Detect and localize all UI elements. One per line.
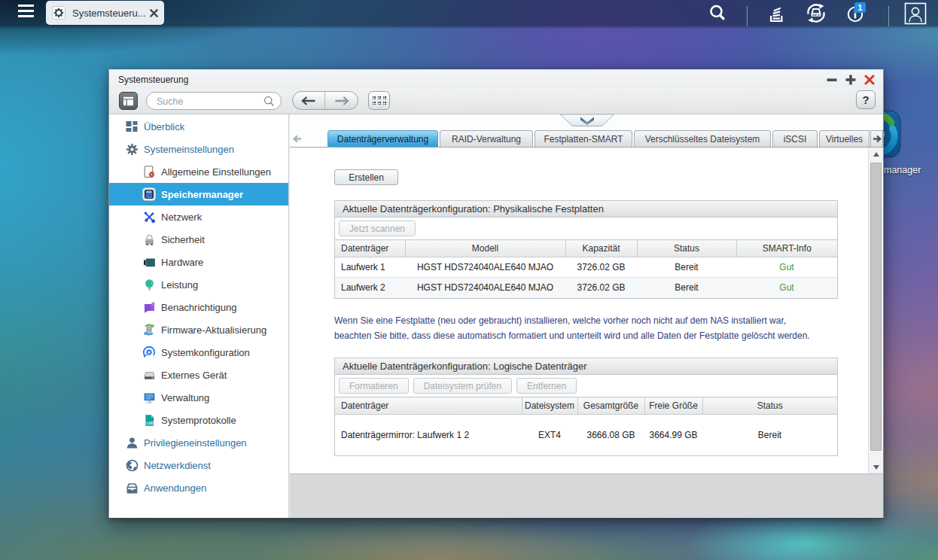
sidebar-item-netzwerkdienst[interactable]: Netzwerkdienst: [109, 454, 288, 476]
system-config-icon: [142, 345, 156, 359]
topbar-divider: [888, 6, 889, 26]
sidebar-item-ueberblick[interactable]: Überblick: [109, 115, 288, 138]
sidebar-item-systemeinstellungen[interactable]: Systemeinstellungen: [109, 138, 288, 160]
overview-grid-icon: [125, 120, 139, 133]
performance-bulb-icon: [142, 278, 156, 291]
table-header-row: Datenträger Dateisystem Gesamtgröße Frei…: [335, 397, 837, 415]
table-row-laufwerk-2[interactable]: Laufwerk 2 HGST HDS724040ALE640 MJAO 372…: [335, 278, 837, 298]
search-icon[interactable]: [706, 0, 729, 26]
task-queue-icon[interactable]: [763, 0, 789, 26]
sidebar-item-privilegieneinstellungen[interactable]: Privilegieneinstellungen: [109, 431, 288, 454]
firmware-update-icon: [142, 323, 156, 336]
sidebar-item-sicherheit[interactable]: Sicherheit: [109, 228, 288, 251]
sidebar-item-allgemeine-einstellungen[interactable]: Allgemeine Einstellungen: [109, 160, 288, 183]
sidebar-item-leistung[interactable]: Leistung: [109, 273, 288, 296]
check-filesystem-button[interactable]: Dateisystem prüfen: [413, 378, 512, 394]
sidebar-item-verwaltung[interactable]: Verwaltung: [109, 386, 288, 409]
col-smart-info[interactable]: SMART-Info: [736, 240, 837, 257]
sidebar-toggle-button[interactable]: [119, 92, 138, 110]
app-tab-systemsteuerung[interactable]: Systemsteueru...: [46, 1, 164, 25]
scroll-down-button[interactable]: [869, 461, 883, 473]
notification-icon: [142, 300, 156, 314]
tab-strip: Datenträgerverwaltung RAID-Verwaltung Fe…: [290, 130, 883, 148]
window-main: Überblick: [109, 114, 883, 518]
smart-status-good: Gut: [736, 257, 837, 278]
help-button[interactable]: ?: [856, 90, 876, 109]
sidebar-item-speichermanager[interactable]: Speichermanager: [109, 183, 288, 205]
sidebar-item-firmware-aktualisierung[interactable]: Firmware-Aktualisierung: [109, 318, 288, 341]
tab-overflow-chevron[interactable]: [560, 114, 614, 127]
main-menu-button[interactable]: [18, 5, 34, 20]
col-status[interactable]: Status: [702, 397, 837, 415]
tab-virtuelles[interactable]: Virtuelles: [819, 130, 869, 147]
create-button[interactable]: Erstellen: [334, 169, 398, 185]
col-status[interactable]: Status: [637, 240, 736, 257]
tab-verschluesseltes-dateisystem[interactable]: Verschlüsseltes Dateisystem: [634, 130, 771, 147]
physical-disks-panel: Aktuelle Datenträgerkonfiguration: Physi…: [334, 200, 838, 299]
vertical-scrollbar[interactable]: [868, 148, 883, 473]
tab-scroll-right-button[interactable]: [870, 130, 883, 147]
scrollbar-thumb[interactable]: [870, 163, 882, 451]
sidebar-item-anwendungen[interactable]: Anwendungen: [109, 476, 288, 499]
scan-now-button[interactable]: Jetzt scannen: [339, 221, 416, 236]
sidebar-item-hardware[interactable]: Hardware: [109, 251, 288, 273]
user-account-icon[interactable]: [902, 0, 929, 26]
management-monitor-icon: [142, 391, 156, 404]
minimize-button[interactable]: [826, 74, 838, 86]
col-datentraeger[interactable]: Datenträger: [335, 240, 405, 257]
security-lock-icon: [142, 233, 156, 246]
disk-format-note: Wenn Sie eine Festplatte (neu oder gebra…: [334, 314, 868, 343]
content-area: Datenträgerverwaltung RAID-Verwaltung Fe…: [290, 114, 883, 518]
notification-badge: 1: [854, 2, 866, 13]
external-device-icon: [142, 368, 156, 382]
applications-box-icon: [125, 481, 139, 495]
col-datentraeger[interactable]: Datenträger: [335, 397, 522, 415]
sidebar-item-netzwerk[interactable]: Netzwerk: [109, 205, 288, 228]
notifications-info-icon[interactable]: 1: [843, 0, 869, 26]
col-gesamtgroesse[interactable]: Gesamtgröße: [577, 397, 644, 415]
table-row-datentraegermirror[interactable]: Datenträgermirror: Laufwerk 1 2 EXT4 366…: [335, 415, 837, 455]
app-tab-close-icon[interactable]: [150, 9, 158, 17]
general-settings-icon: [142, 165, 156, 178]
topbar-divider: [747, 6, 748, 26]
logs-icon: LOG: [142, 413, 156, 427]
sidebar-item-benachrichtigung[interactable]: Benachrichtigung: [109, 296, 288, 318]
app-grid-button[interactable]: [368, 91, 390, 110]
close-button[interactable]: [863, 74, 876, 86]
forward-button[interactable]: [325, 92, 358, 109]
privileges-user-icon: [125, 436, 139, 449]
nav-buttons: [292, 91, 358, 110]
tab-datentraegerverwaltung[interactable]: Datenträgerverwaltung: [327, 130, 438, 147]
gear-icon: [52, 6, 65, 20]
note-line-2: beachten Sie bitte, dass diese automatis…: [334, 329, 868, 344]
network-icon: [142, 210, 156, 224]
window-footer: [290, 473, 883, 518]
backup-sync-icon[interactable]: [802, 0, 830, 26]
sidebar-item-externes-geraet[interactable]: Externes Gerät: [109, 364, 288, 386]
smart-status-good: Gut: [736, 278, 837, 298]
tab-panel-datentraegerverwaltung: Erstellen Aktuelle Datenträgerkonfigurat…: [290, 148, 868, 473]
format-button[interactable]: Formatieren: [339, 378, 409, 394]
sidebar-item-systemkonfiguration[interactable]: Systemkonfiguration: [109, 341, 288, 364]
col-modell[interactable]: Modell: [405, 240, 565, 257]
col-dateisystem[interactable]: Dateisystem: [522, 397, 577, 415]
col-freie-groesse[interactable]: Freie Größe: [644, 397, 702, 415]
maximize-button[interactable]: [845, 74, 857, 86]
sidebar-item-systemprotokolle[interactable]: LOG Systemprotokolle: [109, 409, 288, 431]
tab-zone: Datenträgerverwaltung RAID-Verwaltung Fe…: [290, 114, 883, 148]
search-box[interactable]: [146, 92, 282, 110]
remove-button[interactable]: Entfernen: [516, 378, 577, 394]
system-topbar: Systemsteueru...: [0, 0, 938, 26]
window-toolbar: ?: [109, 89, 883, 114]
scroll-up-button[interactable]: [869, 148, 883, 160]
tab-festplatten-smart[interactable]: Festplatten-SMART: [534, 130, 632, 147]
tab-raid-verwaltung[interactable]: RAID-Verwaltung: [440, 130, 533, 147]
window-titlebar[interactable]: Systemsteuerung: [109, 70, 883, 89]
col-kapazitaet[interactable]: Kapazität: [565, 240, 637, 257]
back-button[interactable]: [293, 92, 325, 109]
search-glass-icon: [263, 96, 275, 110]
logical-panel-title: Aktuelle Datenträgerkonfiguration: Logis…: [335, 358, 837, 375]
search-input[interactable]: [157, 94, 262, 109]
tab-iscsi[interactable]: iSCSI: [772, 130, 818, 147]
table-row-laufwerk-1[interactable]: Laufwerk 1 HGST HDS724040ALE640 MJAO 372…: [335, 257, 837, 278]
